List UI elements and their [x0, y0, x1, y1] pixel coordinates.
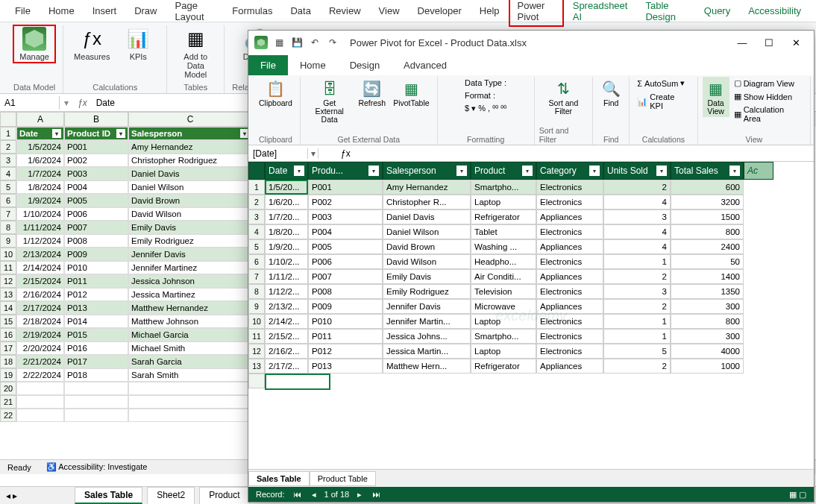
- pp-cell[interactable]: Electronics: [536, 314, 603, 329]
- cell[interactable]: Jennifer Martinez: [128, 261, 252, 274]
- pp-cell[interactable]: 1: [603, 254, 671, 269]
- pp-cell[interactable]: Daniel Wilson: [383, 224, 471, 239]
- pp-cell[interactable]: 2/16/2...: [265, 344, 308, 359]
- cell[interactable]: 1/9/2024: [16, 194, 64, 207]
- rec-next-button[interactable]: ▸: [355, 490, 364, 500]
- pp-cell[interactable]: 2: [603, 359, 671, 374]
- pp-cell[interactable]: 1/6/20...: [265, 195, 308, 210]
- table-header-product-id[interactable]: Product ID▾: [64, 127, 128, 140]
- pp-cell[interactable]: Electronics: [536, 284, 603, 299]
- menu-home[interactable]: Home: [40, 1, 84, 21]
- row-header[interactable]: 3: [0, 154, 16, 167]
- cell[interactable]: P003: [64, 167, 128, 180]
- menu-formulas[interactable]: Formulas: [223, 1, 281, 21]
- pp-cell[interactable]: Washing ...: [471, 239, 536, 254]
- pp-cell[interactable]: P003: [308, 210, 383, 224]
- cell[interactable]: Sarah Garcia: [128, 355, 252, 368]
- pp-cell[interactable]: Headpho...: [471, 254, 536, 269]
- pp-cell[interactable]: 1/11/2...: [265, 269, 308, 284]
- cell[interactable]: 2/14/2024: [16, 261, 64, 274]
- pp-cell[interactable]: P012: [308, 344, 383, 359]
- row-header[interactable]: 9: [0, 234, 16, 248]
- menu-page-layout[interactable]: Page Layout: [166, 0, 224, 27]
- pp-cell[interactable]: P009: [308, 299, 383, 314]
- cell[interactable]: 1/10/2024: [16, 207, 64, 221]
- row-header[interactable]: 2: [0, 140, 16, 154]
- pp-cell[interactable]: 1500: [671, 210, 744, 224]
- pp-cell[interactable]: Smartpho...: [471, 329, 536, 344]
- pp-status-icons[interactable]: ▦ ▢: [789, 490, 806, 500]
- pp-cell[interactable]: 300: [671, 329, 744, 344]
- pp-diagram-view-button[interactable]: ▢ Diagram View: [731, 77, 806, 89]
- pp-cell[interactable]: Jessica Martin...: [383, 344, 471, 359]
- pp-cell[interactable]: Electronics: [536, 344, 603, 359]
- pp-cell[interactable]: Appliances: [536, 359, 603, 374]
- cell[interactable]: Jessica Johnson: [128, 274, 252, 288]
- pp-cell[interactable]: 800: [671, 314, 744, 329]
- rec-first-button[interactable]: ⏮: [291, 490, 304, 499]
- pp-cell[interactable]: 2: [603, 269, 671, 284]
- pp-row-header[interactable]: 13: [248, 359, 265, 374]
- pp-cell[interactable]: 50: [671, 254, 744, 269]
- pp-add-column[interactable]: Ac: [744, 162, 773, 180]
- filter-icon[interactable]: ▾: [116, 129, 125, 138]
- pp-col-header[interactable]: Salesperson▾: [383, 162, 471, 180]
- menu-review[interactable]: Review: [320, 1, 370, 21]
- pp-cell[interactable]: Refrigerator: [471, 359, 536, 374]
- pp-row-header[interactable]: 10: [248, 314, 265, 329]
- cell[interactable]: P010: [64, 261, 128, 274]
- pp-tab-home[interactable]: Home: [288, 55, 338, 75]
- row-header-1[interactable]: 1: [0, 127, 16, 140]
- pp-col-header[interactable]: Total Sales▾: [671, 162, 744, 180]
- filter-dropdown-icon[interactable]: ▾: [456, 166, 467, 176]
- filter-dropdown-icon[interactable]: ▾: [368, 166, 379, 176]
- cell[interactable]: 2/15/2024: [16, 274, 64, 288]
- pp-refresh-button[interactable]: 🔄Refresh: [355, 77, 389, 109]
- pp-col-header[interactable]: Produ...▾: [308, 162, 383, 180]
- menu-spreadsheet-ai[interactable]: Spreadsheet AI: [564, 0, 637, 27]
- cell[interactable]: Amy Hernandez: [128, 140, 252, 154]
- cell[interactable]: Matthew Johnson: [128, 315, 252, 328]
- pp-cell[interactable]: P010: [308, 314, 383, 329]
- pp-cell[interactable]: David Wilson: [383, 254, 471, 269]
- cell[interactable]: P002: [64, 154, 128, 167]
- cell[interactable]: David Wilson: [128, 207, 252, 221]
- sheet-tab-sales-table[interactable]: Sales Table: [75, 487, 142, 504]
- close-button[interactable]: ✕: [782, 32, 809, 53]
- pp-sheet-tab-product-table[interactable]: Product Table: [310, 471, 376, 486]
- cell[interactable]: Michael Smith: [128, 341, 252, 355]
- row-header[interactable]: 7: [0, 207, 16, 221]
- pp-cell[interactable]: P013: [308, 359, 383, 374]
- pp-cell[interactable]: 2: [603, 299, 671, 314]
- pp-cell[interactable]: 4: [603, 195, 671, 210]
- pp-cell[interactable]: Appliances: [536, 210, 603, 224]
- pp-cell[interactable]: Laptop: [471, 344, 536, 359]
- pp-create-kpi-button[interactable]: 📊 Create KPI: [634, 91, 692, 112]
- pp-cell[interactable]: 5: [603, 344, 671, 359]
- cell[interactable]: P016: [64, 341, 128, 355]
- pp-cell[interactable]: Jennifer Martin...: [383, 314, 471, 329]
- pp-cell[interactable]: 1/8/20...: [265, 224, 308, 239]
- pp-cell[interactable]: 2/14/2...: [265, 314, 308, 329]
- pp-cell[interactable]: Electronics: [536, 224, 603, 239]
- cell[interactable]: 2/22/2024: [16, 368, 64, 382]
- pp-format-icons[interactable]: $ ▾ % , ⁰⁰ ⁰⁰: [462, 102, 509, 115]
- pp-show-hidden-button[interactable]: ▦ Show Hidden: [731, 90, 806, 103]
- pp-cell[interactable]: Electronics: [536, 254, 603, 269]
- pp-row-header[interactable]: 1: [248, 180, 265, 195]
- pp-col-header[interactable]: Category▾: [536, 162, 603, 180]
- cell[interactable]: 1/12/2024: [16, 234, 64, 248]
- pp-cell[interactable]: Electronics: [536, 195, 603, 210]
- kpis-button[interactable]: 📊 KPIs: [117, 25, 159, 63]
- cell[interactable]: 2/17/2024: [16, 301, 64, 315]
- pp-cell[interactable]: Appliances: [536, 269, 603, 284]
- name-box[interactable]: A1: [0, 96, 60, 110]
- pp-cell[interactable]: 4: [603, 224, 671, 239]
- pp-cell[interactable]: 1/12/2...: [265, 284, 308, 299]
- cell[interactable]: P012: [64, 288, 128, 301]
- qat-redo-icon[interactable]: ↷: [324, 34, 341, 51]
- pp-sort-filter-button[interactable]: ⇅Sort and Filter: [546, 77, 582, 117]
- pp-cell[interactable]: 1/9/20...: [265, 239, 308, 254]
- pp-cell[interactable]: Emily Rodriguez: [383, 284, 471, 299]
- row-header[interactable]: 13: [0, 288, 16, 301]
